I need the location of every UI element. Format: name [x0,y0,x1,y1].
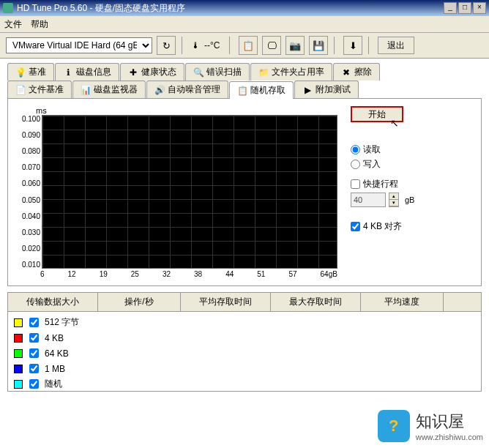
align-checkbox[interactable] [351,222,360,231]
series-row: 随机 [11,376,478,392]
tab-label: 随机存取 [250,84,285,97]
results-table: 传输数据大小 操作/秒 平均存取时间 最大存取时间 平均速度 512 字节4 K… [7,292,482,392]
tab-icon: 🔊 [154,85,165,95]
table-header: 传输数据大小 操作/秒 平均存取时间 最大存取时间 平均速度 [8,293,481,312]
series-row: 512 字节 [11,315,478,330]
x-tick: 32 [163,270,171,278]
thermometer-icon: 🌡 [191,40,200,51]
tab-label: 自动噪音管理 [168,83,220,96]
series-color-icon [14,365,23,373]
series-checkbox[interactable] [29,379,39,389]
gb-label: gB [405,195,414,204]
y-tick: 0.070 [22,163,40,171]
tab-自动噪音管理[interactable]: 🔊自动噪音管理 [146,81,228,98]
copy-button[interactable]: 📋 [239,36,258,55]
save-button[interactable]: 💾 [309,36,328,55]
series-checkbox[interactable] [29,318,39,327]
y-axis: 0.1000.0900.0800.0700.0600.0500.0400.030… [15,115,42,269]
tab-随机存取[interactable]: 📋随机存取 [229,81,294,99]
quick-checkbox[interactable] [351,179,360,189]
tab-错误扫描[interactable]: 🔍错误扫描 [185,63,250,81]
app-icon [3,3,13,13]
separator [368,37,372,54]
tab-icon: 🔍 [193,67,204,78]
tab-文件夹占用率[interactable]: 📁文件夹占用率 [250,63,332,81]
tab-icon: ℹ [63,67,73,78]
col-max-access: 最大存取时间 [271,293,361,311]
tab-附加测试[interactable]: ▶附加测试 [294,81,359,98]
quick-value-input [351,193,386,207]
drive-select[interactable]: VMware Virtual IDE Hard (64 gB) [6,37,152,53]
tab-文件基准[interactable]: 📄文件基准 [7,81,72,98]
tab-label: 磁盘信息 [76,66,111,78]
chart-plot [42,115,337,269]
tab-icon: 📁 [258,67,269,78]
x-tick: 12 [68,270,76,278]
tab-磁盘信息[interactable]: ℹ磁盘信息 [55,63,119,81]
cursor-icon: ↖ [390,117,489,129]
tab-icon: 📋 [237,86,247,96]
temperature-value: --°C [204,40,223,51]
x-tick: 19 [100,270,108,278]
tab-label: 健康状态 [141,66,176,78]
y-tick: 0.090 [22,131,40,139]
x-tick: 64gB [321,270,337,278]
watermark-icon: ? [378,410,410,442]
toolbar: VMware Virtual IDE Hard (64 gB) ↻ 🌡 --°C… [0,33,489,59]
y-tick: 0.060 [22,179,40,187]
menu-bar: 文件 帮助 [0,16,489,33]
series-color-icon [14,318,23,327]
x-tick: 6 [40,270,45,278]
camera-button[interactable]: 📷 [285,36,305,55]
tab-icon: ✚ [128,67,138,78]
write-label: 写入 [363,158,381,171]
settings-button[interactable]: ⬇ [343,36,362,55]
x-tick: 57 [288,270,296,278]
x-tick: 44 [225,270,234,278]
series-label: 512 字节 [45,316,79,329]
series-row: 1 MB [11,361,478,376]
minimize-button[interactable]: _ [444,2,457,14]
maximize-button[interactable]: □ [458,2,471,14]
chart-area: ms 0.1000.0900.0800.0700.0600.0500.0400.… [15,106,337,278]
watermark: ? 知识屋 www.zhishiwu.com [378,410,483,442]
tab-label: 附加测试 [316,83,351,96]
tab-icon: ▶ [302,85,313,95]
x-tick: 25 [131,270,139,278]
tab-磁盘监视器[interactable]: 📊磁盘监视器 [72,81,146,98]
menu-help[interactable]: 帮助 [31,18,48,31]
col-speed: 平均速度 [361,293,444,311]
series-label: 1 MB [45,364,65,374]
series-row: 64 KB [11,346,478,361]
series-checkbox[interactable] [29,348,39,358]
y-tick: 0.100 [22,115,40,123]
series-checkbox[interactable] [29,333,39,343]
tab-label: 磁盘监视器 [94,83,138,96]
series-color-icon [14,334,23,343]
menu-file[interactable]: 文件 [4,18,22,31]
y-tick: 0.030 [22,228,40,236]
tab-label: 文件夹占用率 [272,66,324,78]
y-tick: 0.010 [22,261,40,269]
tab-基准[interactable]: 💡基准 [7,63,54,81]
series-checkbox[interactable] [29,364,39,373]
close-button[interactable]: × [473,2,486,14]
align-label: 4 KB 对齐 [363,220,402,233]
y-tick: 0.080 [22,147,40,155]
tab-擦除[interactable]: ✖擦除 [333,63,380,81]
spinner[interactable]: ▴▾ [389,193,399,207]
exit-button[interactable]: 退出 [378,37,414,54]
separator [182,37,185,54]
watermark-title: 知识屋 [416,411,483,433]
col-size: 传输数据大小 [8,293,98,311]
write-radio[interactable] [351,160,360,169]
controls-panel: 开始 ↖ 读取 写入 快捷行程 ▴▾ gB 4 KB 对齐 [337,106,474,278]
y-axis-unit: ms [36,106,337,115]
separator [229,37,233,54]
read-radio[interactable] [351,145,360,154]
col-avg-access: 平均存取时间 [181,293,271,311]
screenshot-button[interactable]: 🖵 [262,36,281,55]
y-tick: 0.020 [22,244,40,253]
refresh-button[interactable]: ↻ [157,36,176,55]
tab-健康状态[interactable]: ✚健康状态 [120,63,184,81]
